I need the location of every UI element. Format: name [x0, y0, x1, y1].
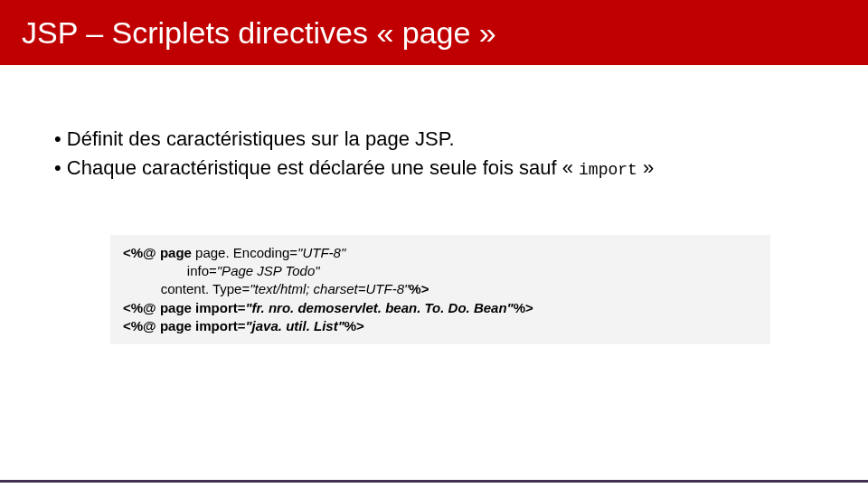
code-kw: <%@ page import=: [123, 318, 246, 333]
bullet-item: Chaque caractéristique est déclarée une …: [54, 154, 814, 183]
code-text: page. Encoding=: [195, 245, 297, 260]
bullet-list: Définit des caractéristiques sur la page…: [54, 125, 814, 183]
code-kw: %>: [514, 300, 533, 315]
slide-title: JSP – Scriplets directives « page »: [22, 15, 496, 51]
code-kw: <%@ page: [123, 245, 195, 260]
code-text: info=: [123, 263, 217, 278]
bullet-text-pre: Chaque caractéristique est déclarée une …: [67, 156, 579, 179]
bullet-text: Définit des caractéristiques sur la page…: [67, 127, 455, 150]
inline-code: import: [579, 161, 637, 179]
code-kw: %>: [409, 281, 429, 296]
code-kw: %>: [344, 318, 364, 333]
header-band: JSP – Scriplets directives « page »: [0, 0, 868, 65]
code-str: "UTF-8": [297, 245, 345, 260]
code-str: "text/html; charset=UTF-8": [250, 281, 409, 296]
footer-divider: [0, 480, 868, 483]
code-str: "Page JSP Todo": [217, 263, 320, 278]
code-text: content. Type=: [123, 281, 250, 296]
code-kw: <%@ page import=: [123, 300, 246, 315]
bullet-text-post: »: [637, 156, 654, 179]
slide-body: Définit des caractéristiques sur la page…: [0, 65, 868, 344]
code-str: "fr. nro. demoservlet. bean. To. Do. Bea…: [246, 300, 514, 315]
code-block: <%@ page page. Encoding="UTF-8" info="Pa…: [110, 235, 770, 344]
code-str: "java. util. List": [246, 318, 344, 333]
bullet-item: Définit des caractéristiques sur la page…: [54, 125, 814, 154]
